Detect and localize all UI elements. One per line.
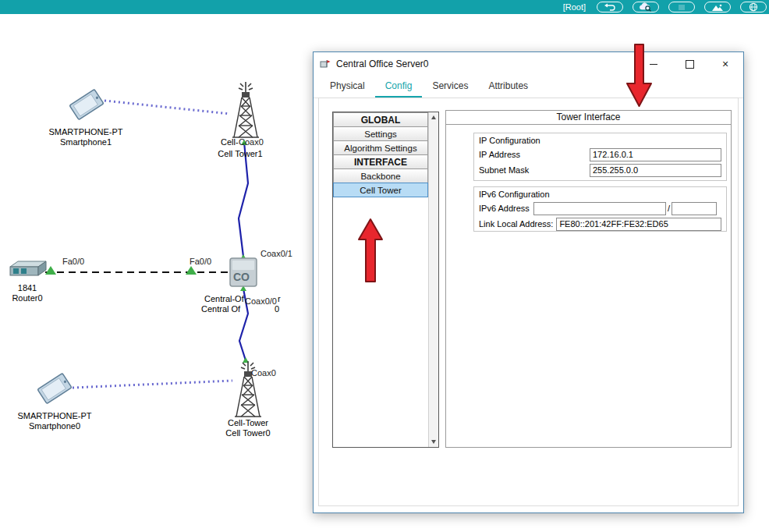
device-central-office[interactable]: CO <box>228 256 259 292</box>
sidebar-item-settings[interactable]: Settings <box>333 126 428 141</box>
ip-address-label: IP Address <box>479 150 590 159</box>
scroll-up-button[interactable] <box>429 112 438 122</box>
tab-attributes[interactable]: Attributes <box>478 76 538 98</box>
ipv6-address-label: IPv6 Address <box>479 204 533 213</box>
minimize-button[interactable] <box>636 52 672 76</box>
network-button[interactable] <box>740 2 767 12</box>
viewport-button[interactable] <box>704 2 731 12</box>
model-label: Cell- <box>221 137 239 147</box>
cloud-search-icon <box>639 2 653 12</box>
tower-interface-panel: Tower Interface IP Configuration IP Addr… <box>445 110 732 448</box>
minimize-icon <box>650 64 657 65</box>
name-label: Cell Tower1 <box>218 149 262 158</box>
sidebar-item-cell-tower[interactable]: Cell Tower <box>333 183 428 197</box>
wireless-link-smartphone1-tower1[interactable] <box>105 101 230 114</box>
group-title: IP Configuration <box>479 136 721 146</box>
device-smartphone0[interactable] <box>35 371 74 409</box>
ipv6-address-field[interactable] <box>533 202 666 215</box>
ip-address-field[interactable] <box>590 148 721 161</box>
coax-link-tower1-co[interactable] <box>239 142 248 257</box>
port-label: Coax0 <box>239 137 264 147</box>
model-label: SMARTPHONE-PT <box>17 411 91 420</box>
back-button[interactable] <box>597 2 623 12</box>
close-button[interactable]: × <box>707 52 743 76</box>
model-label-fragment: r <box>278 294 281 303</box>
subnet-mask-field[interactable] <box>590 164 721 177</box>
tab-physical[interactable]: Physical <box>320 76 375 98</box>
prefix-separator: / <box>668 204 670 213</box>
port-label: Coax0/1 <box>260 249 292 258</box>
smartphone-icon <box>67 87 106 122</box>
top-toolbar: [Root] <box>0 0 769 14</box>
sidebar-item-global[interactable]: GLOBAL <box>333 112 428 127</box>
root-label: [Root] <box>563 2 586 12</box>
scroll-down-icon <box>431 440 436 444</box>
tab-config[interactable]: Config <box>375 76 423 98</box>
name-label: Cell Tower0 <box>225 428 270 438</box>
link-local-field[interactable] <box>556 218 721 231</box>
ipv6-prefix-field[interactable] <box>672 202 717 215</box>
cloud-search-button[interactable] <box>633 2 659 12</box>
sidebar-item-backbone[interactable]: Backbone <box>333 168 428 183</box>
scroll-down-button[interactable] <box>429 437 438 447</box>
ip-configuration-group: IP Configuration IP Address Subnet Mask <box>473 133 727 181</box>
back-icon <box>603 3 617 12</box>
name-label-fragment: 0 <box>275 304 279 314</box>
dialog-body: GLOBAL Settings Algorithm Settings INTER… <box>314 98 743 512</box>
name-label: Smartphone1 <box>60 137 112 147</box>
co-icon-text: CO <box>233 271 250 283</box>
smartphone-icon <box>35 371 74 406</box>
dialog-tabs: Physical Config Services Attributes <box>314 76 743 98</box>
router-icon <box>7 257 48 281</box>
config-dialog: Central Office Server0 × Physical Config… <box>313 51 744 513</box>
model-label: Cell-Tower <box>228 418 268 427</box>
dialog-titlebar[interactable]: Central Office Server0 × <box>314 52 743 76</box>
link-local-label: Link Local Address: <box>479 219 553 229</box>
name-label: Router0 <box>12 293 42 303</box>
blank-icon <box>675 3 689 12</box>
maximize-button[interactable] <box>672 52 707 76</box>
sidebar-item-algorithm-settings[interactable]: Algorithm Settings <box>333 140 428 155</box>
config-sidebar: GLOBAL Settings Algorithm Settings INTER… <box>332 112 439 448</box>
status-triangle <box>186 266 197 275</box>
port-label: Fa0/0 <box>62 257 84 266</box>
wireless-link-smartphone0-tower0[interactable] <box>73 381 232 388</box>
port-label: Coax0/0 <box>245 296 277 306</box>
toolbar-button-3[interactable] <box>668 2 695 12</box>
device-router0[interactable] <box>7 257 48 284</box>
group-title: IPv6 Configuration <box>479 190 721 200</box>
device-cell-tower1[interactable] <box>229 80 263 144</box>
panel-header: Tower Interface <box>446 111 731 125</box>
device-smartphone1[interactable] <box>67 87 106 125</box>
cell-tower-icon <box>229 80 263 140</box>
image-icon <box>711 3 725 12</box>
model-label: Central-Of <box>204 294 244 303</box>
dialog-title: Central Office Server0 <box>336 59 429 69</box>
sidebar-item-interface[interactable]: INTERFACE <box>333 154 428 169</box>
name-label: Smartphone0 <box>29 421 80 431</box>
ipv6-configuration-group: IPv6 Configuration IPv6 Address / Link L… <box>473 186 727 232</box>
name-label: Central Of <box>201 304 240 314</box>
maximize-icon <box>686 60 694 69</box>
close-icon: × <box>722 58 728 70</box>
port-label: Coax0 <box>251 368 276 378</box>
subnet-mask-label: Subnet Mask <box>479 165 590 175</box>
dialog-icon <box>320 59 331 69</box>
model-label: SMARTPHONE-PT <box>48 127 122 137</box>
tab-services[interactable]: Services <box>422 76 478 98</box>
port-label: Fa0/0 <box>190 257 211 266</box>
globe-icon <box>748 2 759 12</box>
scroll-up-icon <box>431 115 436 119</box>
sidebar-scrollbar[interactable] <box>428 112 438 447</box>
model-label: 1841 <box>18 283 37 293</box>
